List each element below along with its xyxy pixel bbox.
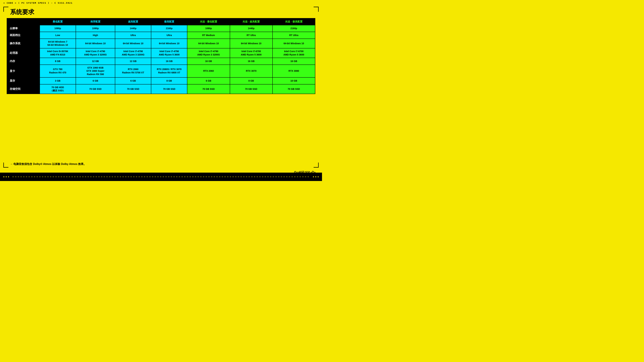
row-2-col5: 64-bit Windows 10 bbox=[187, 39, 230, 48]
row-7-col6: 70 GB SSD bbox=[230, 84, 272, 94]
row-7-col5: 70 GB SSD bbox=[187, 84, 230, 94]
bottom-note-text: → 电脑音效须包含 Dolby® Atmos 以体验 Dolby Atmos 效… bbox=[10, 163, 86, 165]
row-3-col1: Intel Core i5-3570K AMD FX-8310 bbox=[40, 48, 76, 58]
row-4-col5: 16 GB bbox=[187, 58, 230, 64]
row-label-1: 画面档位 bbox=[7, 32, 40, 38]
row-label-6: 显存 bbox=[7, 77, 40, 84]
corner-tl-decoration bbox=[3, 7, 8, 12]
row-1-col1: Low bbox=[40, 32, 76, 38]
row-5-col7: RTX 3080 bbox=[272, 65, 315, 78]
row-6-col2: 6 GB bbox=[76, 77, 115, 84]
row-2-col3: 64-bit Windows 10 bbox=[115, 39, 151, 48]
row-4-col3: 12 GB bbox=[115, 58, 151, 64]
row-1-col7: RT Ultra bbox=[272, 32, 315, 38]
top-bar-text: < CODE > ( PC SYSTEM SPECS ) - C 5332.59… bbox=[3, 2, 72, 4]
row-2-col4: 64-bit Windows 10 bbox=[151, 39, 187, 48]
dot4 bbox=[313, 176, 314, 177]
row-0-col1: 1080p bbox=[40, 25, 76, 32]
row-4-col7: 16 GB bbox=[272, 58, 315, 64]
corner-br-decoration bbox=[314, 163, 319, 168]
row-1-col4: Ultra bbox=[151, 32, 187, 38]
row-5-col2: GTX 1060 6GB GTX 1660 Super Radeon RX 59… bbox=[76, 65, 115, 78]
bottom-note: → 电脑音效须包含 Dolby® Atmos 以体验 Dolby Atmos 效… bbox=[10, 162, 86, 166]
row-2-col7: 64-bit Windows 10 bbox=[272, 39, 315, 48]
header-col5: 光追 - 最低配置 bbox=[187, 18, 230, 25]
row-label-7: 存储空间 bbox=[7, 84, 40, 94]
page-title: 系统要求 bbox=[10, 8, 34, 16]
row-0-col4: 2160p bbox=[151, 25, 187, 32]
row-6-col5: 6 GB bbox=[187, 77, 230, 84]
row-7-col4: 70 GB SSD bbox=[151, 84, 187, 94]
corner-bl-decoration bbox=[3, 163, 8, 168]
dot5 bbox=[315, 176, 316, 177]
row-3-col2: Intel Core i7-4790 AMD Ryzen 3 3200G bbox=[76, 48, 115, 58]
row-3-col4: Intel Core i7-4790 AMD Ryzen 5 3600 bbox=[151, 48, 187, 58]
dot2 bbox=[6, 176, 7, 177]
row-1-col2: High bbox=[76, 32, 115, 38]
row-0-col6: 1440p bbox=[230, 25, 272, 32]
row-6-col6: 8 GB bbox=[230, 77, 272, 84]
row-5-col1: GTX 780 Radeon RX 470 bbox=[40, 65, 76, 78]
header-col6: 光追 - 超高配置 bbox=[230, 18, 272, 25]
row-3-col3: Intel Core i7-4790 AMD Ryzen 3 3200G bbox=[115, 48, 151, 58]
bottom-bar bbox=[0, 173, 322, 181]
row-label-5: 显卡 bbox=[7, 65, 40, 78]
corner-tr-decoration bbox=[314, 7, 319, 12]
row-6-col7: 10 GB bbox=[272, 77, 315, 84]
row-7-col3: 70 GB SSD bbox=[115, 84, 151, 94]
row-0-col7: 2160p bbox=[272, 25, 315, 32]
bottom-bar-dots bbox=[3, 176, 9, 177]
header-col1: 最低配置 bbox=[40, 18, 76, 25]
row-1-col5: RT Medium bbox=[187, 32, 230, 38]
row-0-col5: 1080p bbox=[187, 25, 230, 32]
row-0-col3: 1440p bbox=[115, 25, 151, 32]
row-label-3: 处理器 bbox=[7, 48, 40, 58]
specs-table-container: 最低配置 推荐配置 超高配置 极高配置 光追 - 最低配置 光追 - 超高配置 … bbox=[7, 18, 315, 159]
row-3-col7: Intel Core i7-6700 AMD Ryzen 5 3600 bbox=[272, 48, 315, 58]
row-7-col7: 70 GB SSD bbox=[272, 84, 315, 94]
row-2-col6: 64-bit Windows 10 bbox=[230, 39, 272, 48]
row-4-col4: 16 GB bbox=[151, 58, 187, 64]
row-3-col6: Intel Core i7-6700 AMD Ryzen 5 3600 bbox=[230, 48, 272, 58]
row-2-col2: 64-bit Windows 10 bbox=[76, 39, 115, 48]
row-5-col3: RTX 2060 Radeon RX 5700 XT bbox=[115, 65, 151, 78]
row-6-col3: 6 GB bbox=[115, 77, 151, 84]
bottom-bar-line bbox=[12, 177, 310, 177]
row-label-2: 操作系统 bbox=[7, 39, 40, 48]
row-4-col1: 8 GB bbox=[40, 58, 76, 64]
row-5-col6: RTX 3070 bbox=[230, 65, 272, 78]
header-label bbox=[7, 18, 40, 25]
row-7-col2: 70 GB SSD bbox=[76, 84, 115, 94]
dot3 bbox=[8, 176, 9, 177]
row-3-col5: Intel Core i7-4790 AMD Ryzen 3 3200G bbox=[187, 48, 230, 58]
row-6-col1: 3 GB bbox=[40, 77, 76, 84]
row-label-0: 分辨率 bbox=[7, 25, 40, 32]
row-5-col4: RTX 2080S / RTX 3070 Radeon RX 6800 XT bbox=[151, 65, 187, 78]
dot1 bbox=[3, 176, 4, 177]
bottom-bar-dots-right bbox=[313, 176, 319, 177]
row-5-col5: RTX 2060 bbox=[187, 65, 230, 78]
row-2-col1: 64-bit Windows 7 64-bit Windows 10 bbox=[40, 39, 76, 48]
dot6 bbox=[318, 176, 319, 177]
row-7-col1: 70 GB HDD （建议 SSD） bbox=[40, 84, 76, 94]
top-bar: < CODE > ( PC SYSTEM SPECS ) - C 5332.59… bbox=[3, 2, 72, 4]
header-col7: 光追 - 极高配置 bbox=[272, 18, 315, 25]
row-1-col6: RT Ultra bbox=[230, 32, 272, 38]
row-0-col2: 1080p bbox=[76, 25, 115, 32]
header-col3: 超高配置 bbox=[115, 18, 151, 25]
row-1-col3: Ultra bbox=[115, 32, 151, 38]
row-label-4: 内存 bbox=[7, 58, 40, 64]
header-col4: 极高配置 bbox=[151, 18, 187, 25]
specs-table: 最低配置 推荐配置 超高配置 极高配置 光追 - 最低配置 光追 - 超高配置 … bbox=[7, 18, 315, 94]
row-4-col2: 12 GB bbox=[76, 58, 115, 64]
row-4-col6: 16 GB bbox=[230, 58, 272, 64]
header-col2: 推荐配置 bbox=[76, 18, 115, 25]
row-6-col4: 8 GB bbox=[151, 77, 187, 84]
